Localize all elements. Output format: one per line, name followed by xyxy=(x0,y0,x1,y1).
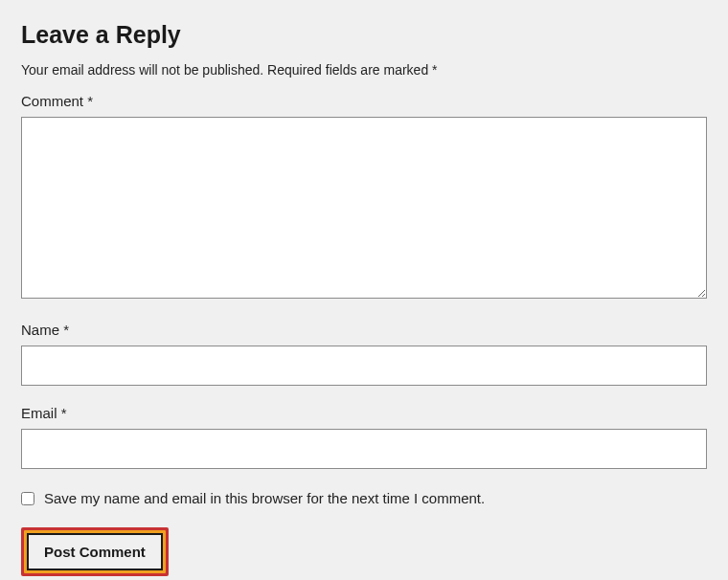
comment-label: Comment * xyxy=(21,93,707,109)
notice-email: Your email address will not be published… xyxy=(21,62,263,78)
notice-required: Required fields are marked * xyxy=(267,62,437,78)
button-highlight-inner: Post Comment xyxy=(24,530,166,573)
name-input[interactable] xyxy=(21,346,707,386)
save-info-label: Save my name and email in this browser f… xyxy=(44,490,485,506)
email-label: Email * xyxy=(21,405,707,421)
page-title: Leave a Reply xyxy=(21,21,707,49)
save-info-checkbox[interactable] xyxy=(21,492,34,505)
name-label: Name * xyxy=(21,322,707,338)
button-highlight-outer: Post Comment xyxy=(21,527,169,576)
email-input[interactable] xyxy=(21,429,707,469)
comment-textarea[interactable] xyxy=(21,117,707,299)
save-info-row: Save my name and email in this browser f… xyxy=(21,490,707,506)
form-notice: Your email address will not be published… xyxy=(21,62,707,78)
post-comment-button[interactable]: Post Comment xyxy=(27,533,163,570)
